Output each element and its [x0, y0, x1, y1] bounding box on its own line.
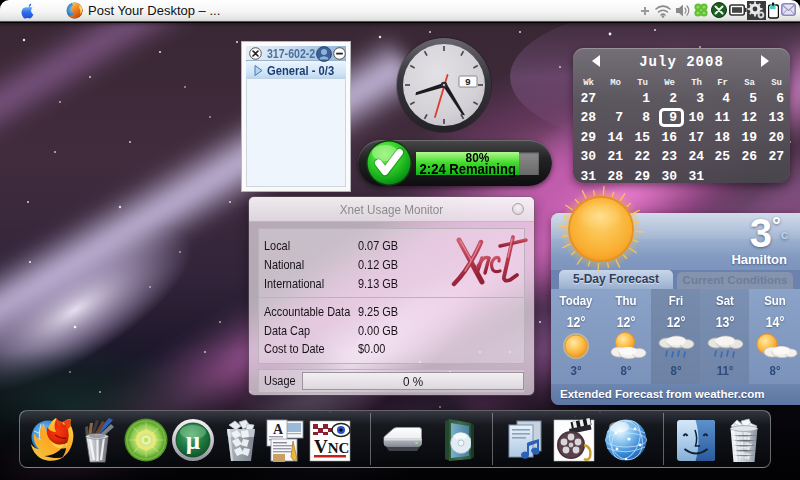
svg-text:VNC: VNC	[314, 436, 349, 457]
svg-text:µ: µ	[186, 427, 200, 454]
svg-text:A: A	[273, 422, 284, 437]
svg-text:9: 9	[465, 76, 470, 87]
